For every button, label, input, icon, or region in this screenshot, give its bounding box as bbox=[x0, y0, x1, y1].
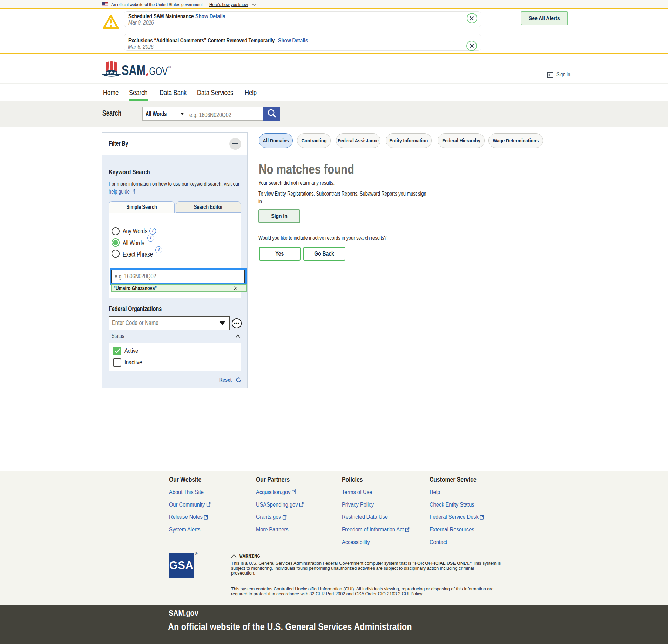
svg-text:SAM: SAM bbox=[122, 62, 146, 77]
svg-text:®: ® bbox=[168, 65, 171, 69]
svg-text:GOV: GOV bbox=[149, 65, 168, 77]
